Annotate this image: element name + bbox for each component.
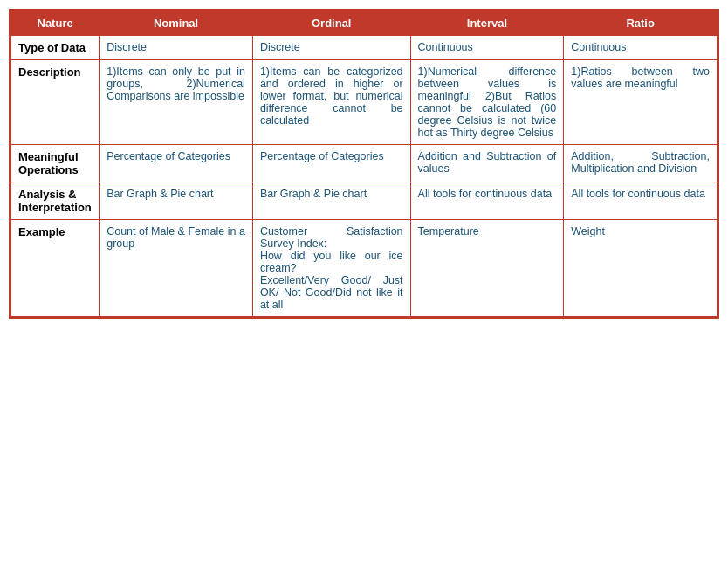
row0-nominal: Discrete [100,36,253,60]
row0-nature: Type of Data [11,36,100,60]
row2-interval: Addition and Subtraction of values [410,145,564,182]
row1-ordinal: 1)Items can be categorized and ordered i… [252,60,410,145]
row2-ratio: Addition, Subtraction, Multiplication an… [564,145,718,182]
table-row: Description 1)Items can only be put in g… [11,60,718,145]
row4-ratio: Weight [564,220,718,317]
row2-nature: Meaningful Operations [11,145,100,182]
table-row: Analysis & Interpretation Bar Graph & Pi… [11,182,718,220]
header-ratio: Ratio [564,11,718,36]
row3-nominal: Bar Graph & Pie chart [100,182,253,220]
header-nature: Nature [11,11,100,36]
header-interval: Interval [410,11,564,36]
row2-nominal: Percentage of Categories [100,145,253,182]
row3-interval: All tools for continuous data [410,182,564,220]
row4-nominal: Count of Male & Female in a group [100,220,253,317]
header-ordinal: Ordinal [252,11,410,36]
table-row: Type of Data Discrete Discrete Continuou… [11,36,718,60]
row0-ordinal: Discrete [252,36,410,60]
table-row: Example Count of Male & Female in a grou… [11,220,718,317]
row3-ordinal: Bar Graph & Pie chart [252,182,410,220]
row1-nominal: 1)Items can only be put in groups, 2)Num… [100,60,253,145]
row2-ordinal: Percentage of Categories [252,145,410,182]
row3-ratio: All tools for continuous data [564,182,718,220]
row0-interval: Continuous [410,36,564,60]
header-nominal: Nominal [100,11,253,36]
row3-nature: Analysis & Interpretation [11,182,100,220]
row1-interval: 1)Numerical difference between values is… [410,60,564,145]
data-table: Nature Nominal Ordinal Interval Ratio Ty… [10,10,718,317]
table-row: Meaningful Operations Percentage of Cate… [11,145,718,182]
main-table-wrapper: Nature Nominal Ordinal Interval Ratio Ty… [9,9,719,319]
header-row: Nature Nominal Ordinal Interval Ratio [11,11,718,36]
row1-nature: Description [11,60,100,145]
row1-ratio: 1)Ratios between two values are meaningf… [564,60,718,145]
row4-ordinal: Customer Satisfaction Survey Index: How … [252,220,410,317]
row0-ratio: Continuous [564,36,718,60]
row4-nature: Example [11,220,100,317]
row4-interval: Temperature [410,220,564,317]
